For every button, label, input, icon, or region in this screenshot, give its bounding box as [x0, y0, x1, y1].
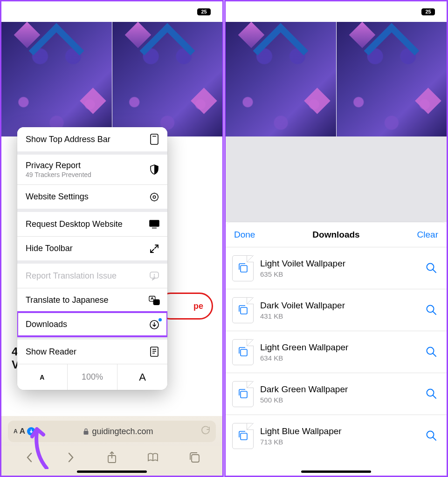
svg-rect-24 — [192, 455, 199, 462]
svg-line-34 — [433, 312, 436, 314]
sheet-header: Done Downloads Clear — [226, 222, 447, 247]
reload-button[interactable] — [201, 426, 210, 437]
download-name: Dark Green Wallpaper — [260, 384, 419, 395]
tabs-button[interactable] — [187, 450, 201, 464]
svg-rect-32 — [241, 307, 247, 314]
hero-wallpaper — [1, 22, 222, 136]
svg-rect-4 — [151, 134, 158, 144]
download-row[interactable]: Dark Voilet Wallpaper 431 KB — [226, 289, 447, 331]
menu-privacy-report[interactable]: Privacy Report 49 Trackers Prevented — [17, 155, 167, 184]
share-button[interactable] — [105, 450, 119, 464]
menu-show-top-address-bar[interactable]: Show Top Address Bar — [17, 127, 167, 151]
download-name: Light Green Wallpaper — [260, 342, 419, 353]
address-bar-container: AA guidingtech.com — [1, 416, 222, 446]
url-display[interactable]: guidingtech.com — [40, 427, 196, 436]
svg-point-30 — [427, 263, 434, 270]
arrows-diagonal-icon — [149, 243, 160, 254]
safari-toolbar — [1, 446, 222, 476]
back-button[interactable] — [22, 450, 36, 464]
file-icon — [232, 255, 254, 281]
clear-button[interactable]: Clear — [417, 230, 438, 240]
page-gray-area — [226, 136, 447, 222]
aa-button[interactable]: AA — [14, 427, 35, 436]
svg-rect-21 — [84, 431, 89, 435]
bookmarks-button[interactable] — [146, 450, 160, 464]
lock-icon — [83, 428, 89, 435]
reveal-button[interactable] — [425, 346, 438, 359]
svg-line-31 — [433, 270, 436, 273]
screenshot-right: 10:36 25 Done Downloads Clear — [224, 0, 448, 477]
download-size: 713 KB — [260, 438, 419, 446]
zoom-controls: A 100% A — [17, 364, 167, 390]
svg-rect-29 — [241, 266, 247, 272]
file-icon — [232, 339, 254, 365]
download-indicator-icon — [27, 427, 35, 436]
svg-line-37 — [433, 354, 436, 356]
menu-request-desktop[interactable]: Request Desktop Website — [17, 212, 167, 236]
svg-point-6 — [151, 193, 159, 201]
battery-icon: 25 — [197, 8, 212, 15]
download-row[interactable]: Light Blue Wallpaper 713 KB — [226, 415, 447, 457]
reveal-button[interactable] — [425, 388, 438, 401]
page-settings-menu: Show Top Address Bar Privacy Report 49 T… — [17, 127, 167, 390]
svg-rect-35 — [241, 349, 247, 356]
sheet-title: Downloads — [312, 230, 359, 240]
menu-translate[interactable]: Translate to Japanese 文 — [17, 288, 167, 312]
reveal-button[interactable] — [425, 429, 438, 443]
address-bar-top-icon — [149, 134, 160, 145]
file-icon — [232, 297, 254, 323]
home-indicator — [301, 470, 371, 473]
svg-point-39 — [427, 389, 434, 396]
download-name: Light Voilet Wallpaper — [260, 259, 419, 269]
download-size: 634 KB — [260, 354, 419, 362]
downloads-sheet: Done Downloads Clear Light Voilet Wallpa… — [226, 222, 447, 476]
gear-icon — [149, 191, 160, 203]
svg-point-33 — [427, 305, 434, 312]
hero-wallpaper — [226, 22, 447, 136]
translate-icon: 文 — [149, 295, 160, 306]
svg-point-42 — [427, 431, 434, 438]
download-row[interactable]: Light Voilet Wallpaper 635 KB — [226, 247, 447, 289]
zoom-out-button[interactable]: A — [17, 364, 67, 390]
menu-report-translation: Report Translation Issue — [17, 264, 167, 288]
downloads-list: Light Voilet Wallpaper 635 KB Dark Voile… — [226, 247, 447, 476]
battery-icon: 25 — [421, 8, 436, 15]
svg-text:文: 文 — [154, 300, 158, 304]
svg-rect-17 — [151, 347, 158, 356]
shield-half-icon — [149, 164, 160, 175]
download-row[interactable]: Dark Green Wallpaper 500 KB — [226, 373, 447, 415]
svg-rect-8 — [150, 220, 159, 226]
file-icon — [232, 423, 254, 449]
download-name: Dark Voilet Wallpaper — [260, 300, 419, 311]
svg-rect-41 — [241, 433, 247, 440]
svg-point-36 — [427, 347, 434, 354]
home-indicator — [77, 470, 147, 473]
download-size: 635 KB — [260, 270, 419, 278]
svg-point-7 — [153, 196, 156, 198]
reveal-button[interactable] — [425, 262, 438, 275]
download-size: 431 KB — [260, 312, 419, 320]
menu-downloads[interactable]: Downloads — [17, 312, 167, 336]
menu-website-settings[interactable]: Website Settings — [17, 184, 167, 209]
svg-rect-38 — [241, 391, 247, 398]
zoom-value: 100% — [67, 364, 117, 390]
report-bubble-icon — [149, 270, 160, 281]
download-circle-icon — [149, 319, 160, 330]
screenshot-left: 10:35 25 pe 4 V Show Top Add — [0, 0, 224, 477]
menu-show-reader[interactable]: Show Reader — [17, 340, 167, 364]
address-bar[interactable]: AA guidingtech.com — [8, 421, 216, 442]
menu-hide-toolbar[interactable]: Hide Toolbar — [17, 236, 167, 260]
download-row[interactable]: Light Green Wallpaper 634 KB — [226, 331, 447, 373]
forward-button[interactable] — [64, 450, 78, 464]
download-name: Light Blue Wallpaper — [260, 426, 419, 436]
zoom-in-button[interactable]: A — [117, 364, 167, 390]
svg-line-40 — [433, 395, 436, 398]
svg-point-12 — [154, 277, 155, 278]
download-size: 500 KB — [260, 396, 419, 404]
desktop-icon — [149, 218, 160, 230]
reader-icon — [149, 346, 160, 357]
file-icon — [232, 381, 254, 407]
svg-line-43 — [433, 437, 436, 440]
reveal-button[interactable] — [425, 304, 438, 317]
done-button[interactable]: Done — [234, 230, 255, 240]
